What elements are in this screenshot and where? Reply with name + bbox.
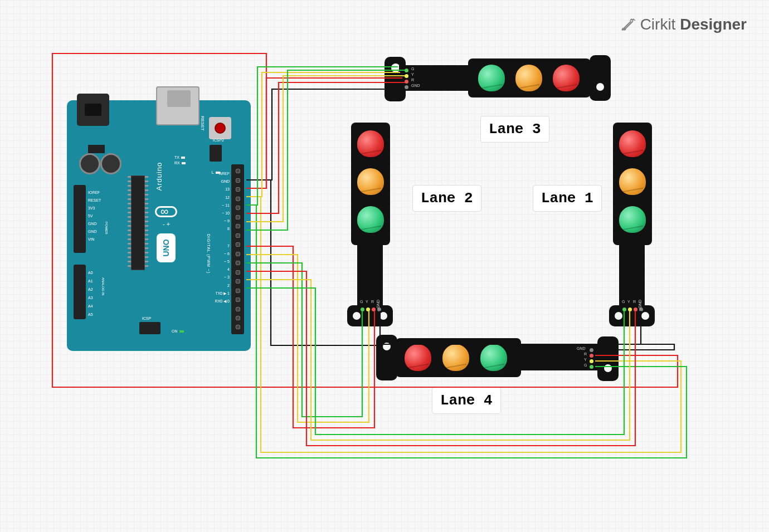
led-red [619,130,646,157]
led-yellow [442,344,469,371]
led-red [357,130,384,157]
analog-pin-labels: A0 A1 A2 A3 A4 A5 [88,269,93,319]
traffic-light-lane1[interactable]: G Y R GND [610,117,655,340]
capacitors [79,153,121,181]
model-label: UNO [157,233,176,262]
app-logo: Cirkit Designer [620,16,747,33]
reset-button[interactable] [209,117,231,139]
pin-r: R [633,300,636,304]
analog-header[interactable] [74,265,86,319]
lane1-label: Lane 1 [533,185,602,212]
pin-gnd: GND [376,300,380,309]
icsp-header [210,145,222,162]
usb-port [156,86,199,125]
led-red [553,65,580,91]
power-header[interactable] [74,185,86,253]
lane2-label: Lane 2 [412,185,481,212]
traffic-light-lane4[interactable]: GND R Y G [390,338,619,383]
reset-label: RESET [200,116,205,131]
pin-y: Y [366,300,368,304]
led-green [357,206,384,233]
pin-y: Y [627,300,630,304]
svg-point-1 [624,28,626,30]
pin-g: G [411,67,414,71]
pin-y: Y [411,72,414,76]
pin-gnd: GND [577,346,586,350]
dc-jack [77,94,109,126]
arduino-logo-icon [155,206,177,217]
led-yellow [515,65,542,91]
pin-g: G [584,363,587,367]
led-green [480,344,507,371]
analog-section-label: ANALOG IN [101,277,105,296]
digital-pin-labels: AREF GND 13 12 ~ 11 ~ 10 ~ 9 8 7 ~ 6 ~ 5… [215,170,230,305]
led-green [478,65,505,91]
regulator-ic [88,145,105,153]
atmega-chip [131,175,145,270]
pin-r: R [411,78,414,82]
led-red [405,344,431,371]
pin-g: G [622,300,625,304]
digital-header[interactable] [231,164,244,334]
pin-gnd: GND [411,84,420,87]
arduino-uno-board[interactable]: RESET Arduino - + UNO ICSP2 ICSP ON TXRX… [67,100,251,351]
icsp-label: ICSP [142,316,151,320]
led-yellow [619,168,646,195]
power-pin-labels: IOREF RESET 3V3 5V GND GND VIN [88,189,101,243]
brand-a: Cirkit [640,16,676,33]
brand-b: Designer [680,16,747,33]
pin-r: R [584,352,587,356]
led-green [619,206,646,233]
traffic-light-lane2[interactable]: G Y R GND [348,117,393,340]
lane3-label: Lane 3 [480,116,549,143]
pin-gnd: GND [638,300,642,309]
led-yellow [357,168,384,195]
arduino-brand: Arduino [155,162,163,191]
on-led: ON [172,329,184,333]
traffic-light-lane3[interactable]: G Y R GND [384,58,613,103]
canvas[interactable]: Cirkit Designer RESET Arduino - + UNO IC… [0,0,769,532]
txrx-leds: TXRX [174,155,186,166]
pin-r: R [371,300,374,304]
lane4-label: Lane 4 [432,387,501,414]
icsp2-label: ICSP2 [213,138,224,142]
pin-g: G [360,300,363,304]
cirkit-icon [620,17,636,32]
brand-sym: - + [163,221,170,227]
pin-y: Y [584,358,587,362]
digital-pwm-label: DIGITAL (PWM ~) [207,234,211,274]
power-section-label: POWER [105,222,108,235]
icsp2-header [139,322,160,334]
